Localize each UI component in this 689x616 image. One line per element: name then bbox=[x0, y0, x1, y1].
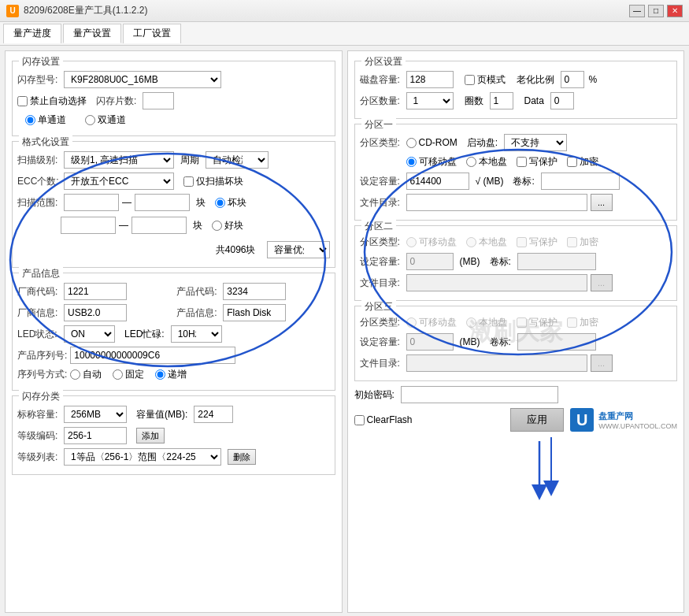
p2-local-radio-label: 本地盘 bbox=[466, 236, 507, 249]
vendor-code-label: 厂商代码: bbox=[17, 285, 61, 299]
p2-volume-label: 卷标: bbox=[490, 255, 511, 269]
bad-block-radio-label[interactable]: 坏块 bbox=[215, 196, 246, 210]
vendor-code-input[interactable] bbox=[64, 283, 127, 300]
p1-cdrom-radio-label[interactable]: CD-ROM bbox=[406, 137, 457, 148]
page-mode-checkbox-label[interactable]: 页模式 bbox=[465, 73, 506, 87]
p1-local-radio[interactable] bbox=[466, 157, 476, 167]
p1-removable-radio-label[interactable]: 可移动盘 bbox=[406, 155, 457, 169]
flash-settings-title: 闪存设置 bbox=[19, 55, 63, 69]
dual-channel-radio[interactable] bbox=[85, 115, 95, 125]
p3-capacity-input bbox=[406, 333, 454, 351]
page-mode-checkbox[interactable] bbox=[465, 75, 475, 85]
serial-auto-radio-label[interactable]: 自动 bbox=[70, 368, 102, 381]
p1-filedir-input[interactable] bbox=[406, 194, 587, 211]
auto-select-checkbox-label[interactable]: 禁止自动选择 bbox=[17, 95, 87, 108]
serial-auto-radio[interactable] bbox=[70, 369, 80, 380]
flash-type-label: 闪存型号: bbox=[17, 73, 61, 87]
flash-type-select[interactable]: K9F2808U0C_16MB bbox=[64, 71, 221, 88]
tab-settings[interactable]: 量产设置 bbox=[63, 24, 121, 43]
p1-browse-button[interactable]: ... bbox=[591, 194, 613, 211]
delete-button[interactable]: 删除 bbox=[228, 449, 256, 465]
flash-settings-section: 闪存设置 闪存型号: K9F2808U0C_16MB 禁止自动选择 闪存片数: … bbox=[12, 61, 335, 136]
add-button[interactable]: 添加 bbox=[136, 428, 165, 443]
ecc-select[interactable]: 开放五个ECC bbox=[64, 173, 174, 190]
partition2-section: 分区二 分区类型: 可移动盘 本地盘 写保护 加密 bbox=[354, 225, 678, 301]
p2-capacity-input bbox=[406, 253, 454, 270]
product-info-input[interactable] bbox=[223, 304, 286, 321]
product-code-input[interactable] bbox=[223, 283, 286, 300]
clear-flash-checkbox[interactable] bbox=[354, 415, 365, 425]
p1-local-radio-label[interactable]: 本地盘 bbox=[466, 155, 507, 169]
grade-list-select[interactable]: 1等品〈256-1〉范围〈224-256MB〉 bbox=[64, 448, 221, 466]
scan-bad-block-checkbox[interactable] bbox=[183, 176, 194, 187]
menu-bar: 量产进度 量产设置 工厂设置 bbox=[0, 22, 689, 46]
p2-removable-radio-label: 可移动盘 bbox=[406, 236, 457, 249]
apply-button[interactable]: 应用 bbox=[510, 408, 564, 432]
single-channel-radio-label[interactable]: 单通道 bbox=[25, 113, 66, 127]
dual-channel-radio-label[interactable]: 双通道 bbox=[85, 113, 126, 127]
p1-boot-label: 启动盘: bbox=[467, 136, 498, 150]
p1-volume-label: 卷标: bbox=[513, 175, 534, 188]
good-block-radio-label[interactable]: 好块 bbox=[212, 219, 243, 232]
tab-factory[interactable]: 工厂设置 bbox=[123, 24, 181, 43]
serial-input[interactable] bbox=[70, 347, 235, 364]
scan-range-end1[interactable] bbox=[135, 194, 190, 211]
scan-bad-block-checkbox-label[interactable]: 仅扫描坏块 bbox=[183, 175, 243, 188]
nominal-capacity-select[interactable]: 256MB bbox=[64, 406, 127, 423]
maximize-button[interactable]: □ bbox=[648, 5, 664, 17]
format-settings-title: 格式化设置 bbox=[19, 135, 72, 149]
serial-fixed-radio[interactable] bbox=[113, 369, 123, 380]
priority-select[interactable]: 容量优先 bbox=[267, 241, 330, 258]
led-busy-select[interactable]: 10Hz bbox=[171, 325, 222, 343]
auto-detect-select[interactable]: 自动检测 bbox=[206, 151, 269, 169]
grade-code-input[interactable] bbox=[64, 427, 127, 444]
title-bar-left: U 8209/6208E量产工具(1.1.2.2) bbox=[6, 4, 147, 17]
serial-increment-radio-label[interactable]: 递增 bbox=[155, 368, 187, 381]
p1-capacity-input[interactable] bbox=[406, 173, 469, 190]
p1-write-protect-label[interactable]: 写保护 bbox=[517, 155, 557, 169]
product-code-label: 产品代码: bbox=[176, 285, 220, 299]
disk-capacity-input[interactable] bbox=[406, 71, 454, 88]
led-status-select[interactable]: ON bbox=[64, 325, 115, 343]
partition3-section: 分区三 分区类型: 可移动盘 本地盘 写保护 加密 bbox=[354, 306, 678, 381]
disk-capacity-label: 磁盘容量: bbox=[360, 73, 403, 87]
partition-count-select[interactable]: 1 bbox=[406, 92, 454, 109]
rounds-input[interactable] bbox=[490, 92, 513, 109]
window-controls[interactable]: — □ ✕ bbox=[629, 5, 683, 17]
capacity-mb-input[interactable] bbox=[194, 406, 233, 423]
aging-ratio-input[interactable] bbox=[561, 71, 584, 88]
good-block-radio[interactable] bbox=[212, 221, 222, 231]
minimize-button[interactable]: — bbox=[629, 5, 645, 17]
p1-volume-input[interactable] bbox=[541, 173, 620, 190]
p2-encrypt-label: 加密 bbox=[567, 236, 598, 249]
clear-flash-checkbox-label[interactable]: ClearFlash bbox=[354, 414, 413, 425]
vendor-info-input[interactable] bbox=[64, 304, 127, 321]
initial-password-input[interactable] bbox=[401, 386, 558, 403]
scan-range-start2[interactable] bbox=[61, 217, 116, 234]
partition1-title: 分区一 bbox=[361, 118, 396, 132]
p1-encrypt-label[interactable]: 加密 bbox=[567, 155, 598, 169]
rounds-label: 圈数 bbox=[465, 95, 483, 108]
scan-range-end2[interactable] bbox=[132, 217, 187, 234]
serial-fixed-radio-label[interactable]: 固定 bbox=[113, 368, 144, 381]
p1-cdrom-radio[interactable] bbox=[406, 138, 417, 148]
p1-boot-select[interactable]: 不支持 bbox=[504, 134, 567, 151]
serial-increment-radio[interactable] bbox=[155, 369, 165, 380]
close-button[interactable]: ✕ bbox=[667, 5, 683, 17]
bad-block-radio[interactable] bbox=[215, 198, 225, 208]
auto-select-checkbox[interactable] bbox=[17, 96, 28, 106]
single-channel-radio[interactable] bbox=[25, 115, 35, 125]
period-label: 周期 bbox=[180, 154, 199, 167]
scan-level-select[interactable]: 级别1, 高速扫描 bbox=[64, 151, 174, 169]
p1-removable-radio[interactable] bbox=[406, 157, 417, 167]
p1-encrypt-checkbox[interactable] bbox=[567, 157, 577, 167]
p2-removable-radio bbox=[406, 237, 417, 247]
chip-count-input[interactable] bbox=[143, 92, 174, 109]
scan-range-start1[interactable] bbox=[64, 194, 119, 211]
data-input[interactable] bbox=[550, 92, 574, 109]
p1-write-protect-checkbox[interactable] bbox=[517, 157, 527, 167]
partition2-title: 分区二 bbox=[361, 220, 396, 233]
tab-progress[interactable]: 量产进度 bbox=[3, 24, 61, 43]
aging-ratio-label: 老化比例 bbox=[517, 73, 554, 87]
initial-password-label: 初始密码: bbox=[354, 388, 395, 402]
